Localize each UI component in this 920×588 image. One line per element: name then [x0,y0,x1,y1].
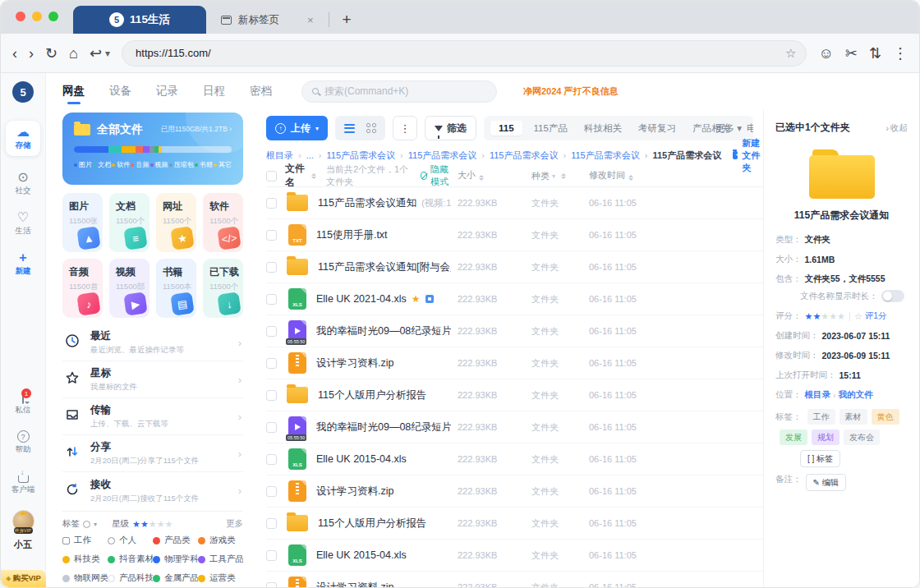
all-files-card[interactable]: 全部文件 已用1150GB/共1.2TB › 图片文档软件音频视频压缩包书籍其它 [62,113,243,185]
avatar[interactable]: 终身VIP [12,510,34,532]
chevron-down-icon[interactable]: ▾ [94,521,97,528]
column-modified[interactable]: 修改时间 [589,169,671,183]
table-row[interactable]: 115个人版用户分析报告 222.93KB 文件夹 06-16 11:05 [266,508,763,540]
chevron-down-icon[interactable]: ▾ [105,48,110,58]
row-checkbox[interactable] [266,486,277,497]
column-size[interactable]: 大小 [458,169,531,183]
file-name[interactable]: 115个人版用户分析报告 [318,388,451,402]
rail-item-help[interactable]: ? 帮助 [16,430,31,455]
bookmark-star-icon[interactable]: ☆ [785,46,796,61]
sidebar-item-share[interactable]: 分享2月20日(周二)分享了115个文件 › [62,435,243,472]
upload-button[interactable]: ↑ 上传 ▾ [266,116,328,140]
file-name[interactable]: 我的幸福时光09—08纪录短片.mp4 [316,324,451,338]
rail-item-messages[interactable]: 1 私信 [16,394,31,416]
collection-tab[interactable]: 115产品 [526,120,576,137]
tag-item[interactable]: 运营类 [198,572,243,584]
list-view-icon[interactable] [344,124,355,133]
row-checkbox[interactable] [266,422,277,433]
collection-tab[interactable]: 科技相关 [576,120,630,137]
tag-chip[interactable]: 素材 [840,409,867,425]
tab-vault[interactable]: 密档 [250,79,272,103]
category-card[interactable]: 已下载 11500个 ↓ [203,259,243,318]
file-name[interactable]: Elle UK 2015-04.xls [316,549,451,561]
rail-item-profile[interactable]: 终身VIP 小五 [12,510,34,551]
row-checkbox[interactable] [266,454,277,465]
breadcrumb-item[interactable]: 115产品需求会议 [476,149,558,162]
file-name[interactable]: 115使用手册.txt [316,228,451,242]
scissors-icon[interactable]: ✂ [845,46,858,61]
row-checkbox[interactable] [266,294,277,305]
table-row[interactable]: 设计学习资料.zip 222.93KB 文件夹 06-16 11:05 [266,475,763,508]
tag-item[interactable]: 工具产品 [198,554,243,565]
sidebar-item-transfers[interactable]: 传输上传、下载、云下载等 › [62,398,243,435]
collection-tab[interactable]: 115 [490,121,522,136]
breadcrumb-item[interactable]: 根目录 [266,149,293,162]
more-tabs-button[interactable]: 更多 ▾ [707,122,750,135]
file-name[interactable]: Elle UK 2015-04.xls [316,453,451,465]
rail-item-client[interactable]: 客户端 [12,470,35,495]
maximize-window-button[interactable] [48,11,58,21]
category-card[interactable]: 网址 11500个 ★ [156,193,196,252]
tag-filter-label[interactable]: 标签 [62,518,80,530]
tag-item[interactable]: 个人 [108,535,153,546]
star-outline-icon[interactable]: ☆ [854,311,862,322]
table-row[interactable]: 115产品需求会议通知[附与会人员信息表] (音频:15小时35分钟40秒) 2… [266,251,763,283]
tag-item[interactable]: 产品科技 [108,572,153,584]
rail-item-social[interactable]: ⊙ 社交 [16,171,31,196]
tag-chip[interactable]: 发布会 [844,430,880,445]
edit-note-button[interactable]: ✎ 编辑 [806,474,846,491]
category-card[interactable]: 视频 11500部 ▶ [109,259,150,318]
minimize-window-button[interactable] [32,11,42,21]
star-rating[interactable]: ★★★★★ [805,311,845,322]
grid-view-icon[interactable] [366,123,376,133]
table-row[interactable]: Elle UK 2015-04.xls 222.93KB 文件夹 06-16 1… [266,443,763,475]
rail-item-create[interactable]: + 新建 [16,251,31,277]
hidden-mode-toggle[interactable]: 隐藏模式 [421,163,458,188]
star-rating-filter[interactable]: ★★★★★ [132,519,172,530]
feedback-icon[interactable]: ☺ [818,46,833,61]
tag-item[interactable]: 工作 [62,535,108,546]
rate-link[interactable]: 评1分 [865,310,887,322]
recent-tabs-icon[interactable]: ↩ [90,46,102,61]
sidebar-item-starred[interactable]: 星标我星标的文件 › [62,361,243,398]
table-row[interactable]: 设计学习资料.zip 222.93KB 文件夹 06-16 11:05 [266,572,763,587]
table-row[interactable]: Elle UK 2015-04.xls 222.93KB 文件夹 06-16 1… [266,540,763,572]
tab-drive[interactable]: 网盘 [62,79,85,103]
row-checkbox[interactable] [266,550,277,561]
collection-tab[interactable]: 考研复习 [630,120,684,137]
table-row[interactable]: 115使用手册.txt 222.93KB 文件夹 06-16 11:05 [266,219,763,251]
more-link[interactable]: 更多 [226,518,243,530]
close-window-button[interactable] [16,11,25,21]
category-card[interactable]: 软件 11500个 </> [203,193,243,252]
table-row[interactable]: 05:55:50 我的幸福时光09—08纪录短片.mp4 222.93KB 文件… [266,411,763,443]
file-name[interactable]: 设计学习资料.zip [316,485,451,498]
rail-item-storage[interactable]: ☁ 存储 [6,121,40,156]
file-name[interactable]: 设计学习资料.zip [316,581,451,588]
location-folder-link[interactable]: 我的文件 [839,389,873,401]
star-filter-label[interactable]: 星级 [112,518,129,530]
browser-tab-active[interactable]: 5 115生活 [73,6,206,34]
back-icon[interactable]: ‹ [12,46,17,61]
tag-item[interactable]: 游戏类 [198,535,243,546]
row-checkbox[interactable] [266,326,277,337]
sort-arrows-icon[interactable]: ⇅ [869,46,881,61]
tag-item[interactable]: 物理学科 [153,554,198,565]
add-tag-button[interactable]: [ ] 标签 [800,450,840,467]
forward-icon[interactable]: › [29,46,34,61]
table-row[interactable]: 115产品需求会议通知 (视频:1小时35分钟40秒) 222.93KB 文件夹… [266,187,763,219]
sort-icon[interactable] [311,171,316,181]
sidebar-item-received[interactable]: 接收2月20日(周二)接收了115个文件 › [62,472,243,509]
breadcrumb-item[interactable]: 115产品需求会议 [314,149,395,162]
row-checkbox[interactable] [266,582,277,588]
show-duration-toggle[interactable] [881,290,904,302]
select-all-checkbox[interactable] [266,171,277,181]
row-checkbox[interactable] [266,390,277,401]
tag-chip[interactable]: 工作 [807,409,835,425]
sidebar-item-recent[interactable]: 最近最近浏览、最近操作记录等 › [62,324,243,361]
tag-item[interactable]: 抖音素材 [108,554,153,565]
tag-item[interactable]: 物联网类 [62,572,108,584]
breadcrumb-item[interactable]: 115产品需求会议 [559,149,640,162]
address-bar[interactable]: https://115.com/ ☆ [122,40,807,67]
row-checkbox[interactable] [266,358,277,369]
file-name[interactable]: 我的幸福时光09—08纪录短片.mp4 [316,420,451,434]
